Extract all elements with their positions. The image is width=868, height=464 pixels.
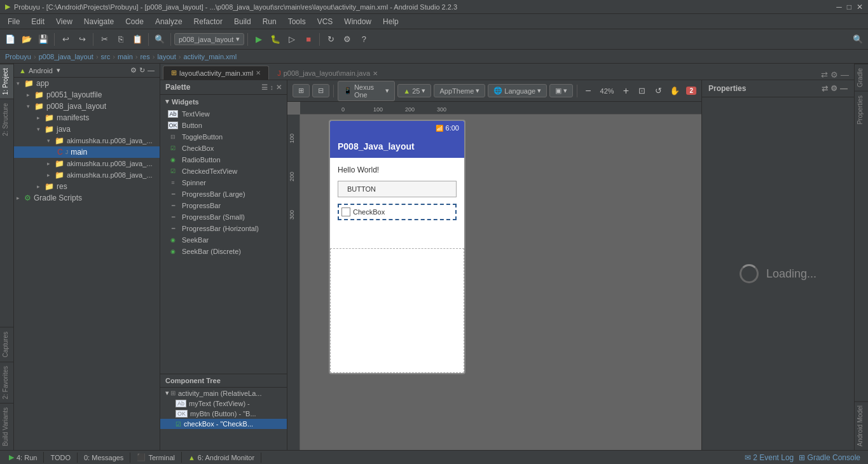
gradle-console-label[interactable]: ⊞ Gradle Console [799,453,860,462]
palette-togglebutton[interactable]: ⊟ ToggleButton [160,131,287,143]
tab-activity-main[interactable]: ⊞ layout\activity_main.xml ✕ [163,66,269,80]
bc-item-6[interactable]: activity_main.xml [183,53,237,60]
tree-gradle-scripts[interactable]: ▸ ⚙ Gradle Scripts [14,192,160,204]
props-collapse-icon[interactable]: — [840,84,848,93]
menu-item-code[interactable]: Code [120,16,149,27]
toolbar-redo[interactable]: ↪ [74,32,90,47]
run-button[interactable]: ▶ [251,32,266,47]
sync-button[interactable]: ↻ [323,32,338,47]
settings-button[interactable]: ⚙ [340,32,355,47]
ct-checkbox[interactable]: ☑ checkBox - "CheckB... [160,419,287,429]
toolbar-save[interactable]: 💾 [36,32,51,47]
bc-item-1[interactable]: p008_java_layout [39,53,93,60]
device-combo[interactable]: 📱 Nexus One ▾ [338,81,395,101]
toolbar-copy[interactable]: ⎘ [113,32,128,47]
menu-item-view[interactable]: View [51,16,78,27]
tab-structure[interactable]: 2: Structure [0,99,13,140]
tree-akimushka3[interactable]: ▸ 📁 akimushka.ru.p008_java_... [14,169,160,181]
tab-project[interactable]: 1: Project [0,64,13,99]
toolbar-cut[interactable]: ✂ [97,32,112,47]
theme-combo[interactable]: AppTheme ▾ [434,84,485,97]
palette-spinner[interactable]: ≡ Spinner [160,177,287,188]
palette-seekbar-discrete[interactable]: ◉ SeekBar (Discrete) [160,246,287,257]
editor-pin-icon[interactable]: — [841,70,849,80]
menu-item-navigate[interactable]: Navigate [79,16,119,27]
bc-item-5[interactable]: layout [157,53,176,60]
run-config-combo[interactable]: p008_java_layout ▾ [174,33,244,45]
tab-favorites[interactable]: 2: Favorites [0,362,13,403]
palette-seekbar[interactable]: ◉ SeekBar [160,234,287,246]
ct-activity-main[interactable]: ▾ ⊞ activity_main (RelativeLa... [160,388,287,398]
menu-item-build[interactable]: Build [229,16,256,27]
run-with-coverage[interactable]: ▷ [284,32,300,47]
zoom-out-button[interactable]: − [581,83,595,99]
maximize-button[interactable]: □ [847,3,851,11]
tree-akimushka2[interactable]: ▸ 📁 akimushka.ru.p008_java_... [14,158,160,169]
tab-captures[interactable]: Captures [0,327,13,362]
bc-item-0[interactable]: Probuyu [5,53,31,60]
menu-item-help[interactable]: Help [378,16,404,27]
palette-search-icon[interactable]: ☰ [261,83,268,92]
close-button[interactable]: ✕ [857,3,863,11]
menu-item-tools[interactable]: Tools [283,16,311,27]
tab-android-model[interactable]: Android Model [855,401,868,450]
language-combo[interactable]: 🌐 Language ▾ [488,84,547,97]
pan-button[interactable]: ✋ [668,83,681,99]
palette-progressbar[interactable]: ━ ProgressBar [160,200,287,211]
refresh-button[interactable]: ↺ [652,83,665,99]
palette-progressbar-large[interactable]: ━ ProgressBar (Large) [160,188,287,200]
panel-sync-icon[interactable]: ↻ [139,66,145,74]
view-design-button[interactable]: ⊞ [293,84,310,97]
bc-item-3[interactable]: main [118,53,133,60]
panel-settings-icon[interactable]: ⚙ [130,66,137,74]
fit-button[interactable]: ⊡ [635,83,649,99]
tab-gradle[interactable]: Gradle [855,64,868,91]
debug-button[interactable]: 🐛 [268,32,283,47]
editor-gear-icon[interactable]: ⚙ [830,70,838,80]
menu-item-edit[interactable]: Edit [26,16,50,27]
phone-checkbox[interactable]: CheckBox [338,204,457,220]
help-button[interactable]: ? [356,32,371,47]
tree-res[interactable]: ▸ 📁 res [14,181,160,192]
toolbar-new[interactable]: 📄 [3,32,18,47]
run-tab-terminal[interactable]: ⬛ Terminal [130,452,182,463]
search-everywhere[interactable]: 🔍 [850,32,865,47]
panel-collapse-icon[interactable]: — [148,66,155,74]
editor-settings-icon[interactable]: ⇄ [821,70,828,80]
stop-button[interactable]: ■ [301,32,316,47]
palette-radiobutton[interactable]: ◉ RadioButton [160,154,287,165]
event-log-label[interactable]: ✉ 2 Event Log [745,453,794,462]
minimize-button[interactable]: ─ [836,3,842,11]
run-tab-messages[interactable]: 0: Messages [78,453,130,463]
phone-button[interactable]: BUTTON [338,181,457,197]
props-gear-icon[interactable]: ⚙ [830,84,837,93]
toolbar-open[interactable]: 📂 [19,32,34,47]
run-tab-android-monitor[interactable]: ▲ 6: Android Monitor [182,453,261,463]
tab-build-variants[interactable]: Build Variants [0,403,13,450]
tree-app[interactable]: ▾ 📁 app [14,78,160,89]
ct-mytext[interactable]: Ab myText (TextView) - [160,398,287,409]
palette-textview[interactable]: Ab TextView [160,108,287,120]
menu-item-refactor[interactable]: Refactor [189,16,228,27]
tree-akimushka1[interactable]: ▾ 📁 akimushka.ru.p008_java_... [14,135,160,146]
bc-item-4[interactable]: res [140,53,149,60]
tab-close-icon[interactable]: ✕ [256,69,261,76]
palette-progressbar-small[interactable]: ━ ProgressBar (Small) [160,211,287,223]
menu-item-run[interactable]: Run [258,16,282,27]
tab-close-icon[interactable]: ✕ [373,70,378,77]
toolbar-search[interactable]: 🔍 [152,32,167,47]
toolbar-paste[interactable]: 📋 [130,32,145,47]
tree-p0051[interactable]: ▸ 📁 p0051_layoutfile [14,89,160,101]
palette-close-icon[interactable]: ✕ [276,83,282,92]
props-settings-icon[interactable]: ⇄ [822,84,828,93]
menu-item-analyze[interactable]: Analyze [150,16,188,27]
issues-badge[interactable]: 2 [686,87,696,95]
api-combo[interactable]: ▲ 25 ▾ [397,84,431,97]
palette-progressbar-horizontal[interactable]: ━ ProgressBar (Horizontal) [160,223,287,234]
palette-button[interactable]: OK Button [160,120,287,131]
view-split-button[interactable]: ⊟ [312,84,329,97]
run-tab-run[interactable]: ▶ 4: Run [3,452,44,463]
tree-manifests[interactable]: ▸ 📁 manifests [14,112,160,123]
ct-mybtn[interactable]: OK myBtn (Button) - "B... [160,409,287,419]
bc-item-2[interactable]: src [101,53,111,60]
